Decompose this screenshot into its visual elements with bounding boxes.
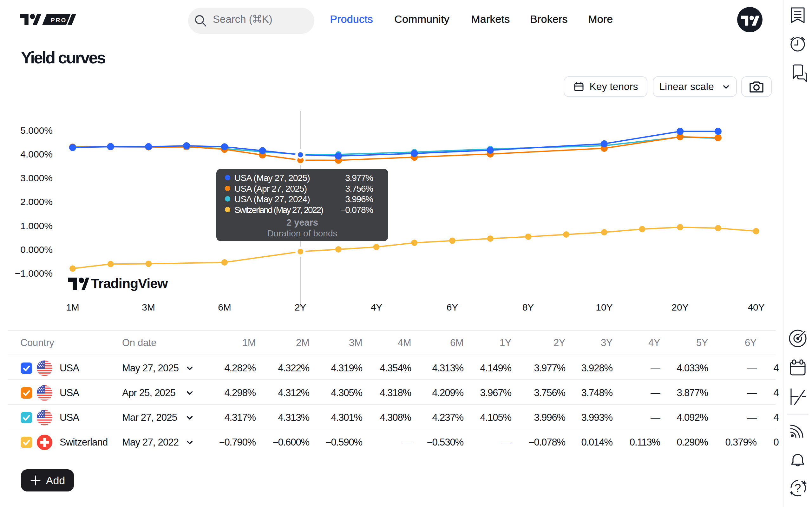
svg-text:8Y: 8Y (522, 302, 534, 313)
svg-text:TradingView: TradingView (91, 276, 168, 291)
svg-text:5.000%: 5.000% (20, 125, 53, 135)
svg-text:4.000%: 4.000% (20, 149, 53, 159)
svg-text:PRO: PRO (51, 17, 67, 23)
svg-text:40Y: 40Y (748, 302, 764, 313)
svg-text:3M: 3M (142, 302, 155, 313)
svg-text:20Y: 20Y (671, 302, 688, 313)
svg-text:6M: 6M (218, 302, 231, 313)
svg-text:0.000%: 0.000% (20, 244, 53, 255)
svg-text:2Y: 2Y (295, 302, 306, 313)
svg-text:4Y: 4Y (371, 302, 383, 313)
svg-text:1M: 1M (66, 302, 79, 313)
svg-text:3.000%: 3.000% (20, 173, 53, 183)
svg-text:−1.000%: −1.000% (15, 268, 53, 279)
svg-text:?: ? (795, 482, 801, 495)
svg-text:10Y: 10Y (596, 302, 612, 313)
svg-text:6Y: 6Y (447, 302, 458, 313)
svg-text:1.000%: 1.000% (20, 221, 53, 231)
svg-text:2.000%: 2.000% (20, 196, 53, 207)
